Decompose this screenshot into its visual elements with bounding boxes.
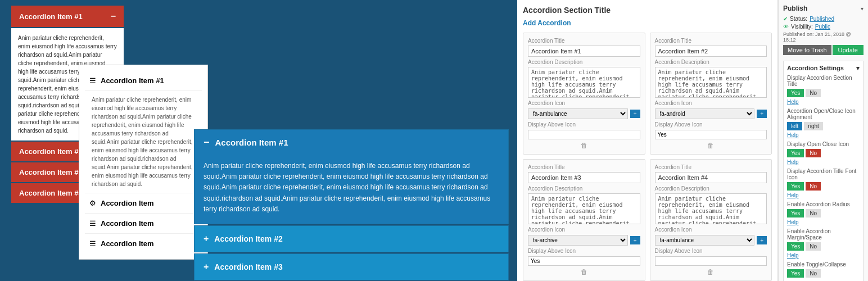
display-open-close-label: Display Open Close Icon	[787, 141, 860, 147]
help-5[interactable]: Help	[787, 219, 860, 225]
card-2-icon-label: Accordion Icon	[655, 100, 767, 106]
radius-yes-btn[interactable]: Yes	[787, 209, 804, 217]
update-btn[interactable]: Update	[833, 45, 864, 55]
card-2-delete-btn[interactable]: 🗑	[655, 142, 767, 149]
status-value[interactable]: Published	[810, 16, 834, 22]
card-4-display-input[interactable]	[655, 256, 767, 266]
align-left-btn[interactable]: left	[787, 122, 802, 130]
card-1-icon-add-btn[interactable]: +	[630, 110, 640, 118]
blue-item-2-title: Accordion Item #2	[214, 234, 282, 243]
open-close-yes-btn[interactable]: Yes	[787, 149, 804, 157]
enable-margin-toggle: Yes No	[787, 242, 860, 251]
enable-toggle-label: Enable Toggle/Collapse	[787, 261, 860, 268]
margin-yes-btn[interactable]: Yes	[787, 242, 804, 251]
enable-margin-label: Enable Accordion Margin/Space	[787, 228, 860, 241]
gray-item-2-header[interactable]: ⚙ Accordion Item	[85, 193, 202, 214]
red-accordion-item-1-header[interactable]: Accordion Item #1 −	[11, 6, 124, 27]
red-item-2-title: Accordion Item #2	[19, 147, 83, 156]
card-1-icon-row: fa-ambulance +	[528, 108, 640, 119]
enable-radius-toggle: Yes No	[787, 209, 860, 217]
status-icon: ✔	[783, 16, 788, 22]
red-item-1-collapse-icon: −	[111, 11, 116, 21]
gray-item-1-body: Anim pariatur cliche reprehenderit, enim…	[85, 91, 202, 193]
help-1[interactable]: Help	[787, 99, 860, 105]
accordion-card-3: Accordion Title Accordion Description An…	[523, 159, 645, 281]
card-3-icon-add-btn[interactable]: +	[630, 236, 640, 244]
blue-item-1-header[interactable]: − Accordion Item #1	[195, 130, 508, 155]
align-right-btn[interactable]: right	[804, 122, 822, 130]
publish-date: Published on: Jan 21, 2018 @ 18:12	[783, 31, 864, 43]
blue-item-2[interactable]: + Accordion Item #2	[194, 225, 509, 252]
card-1-icon-select[interactable]: fa-ambulance	[528, 108, 628, 119]
card-4-delete-btn[interactable]: 🗑	[655, 268, 767, 276]
card-3-delete-btn[interactable]: 🗑	[528, 268, 640, 276]
card-4-icon-select[interactable]: fa-ambulance	[655, 235, 755, 246]
cms-main-content: Accordion Section Title Add Accordion Ac…	[517, 0, 778, 281]
publish-title: Publish	[783, 4, 807, 12]
accordion-card-2: Accordion Title Accordion Description An…	[650, 33, 772, 155]
card-4-title-input[interactable]	[655, 172, 767, 183]
display-section-yes-btn[interactable]: Yes	[787, 89, 804, 97]
card-3-display-input[interactable]	[528, 256, 640, 266]
gray-item-1-header[interactable]: ☰ Accordion Item #1	[85, 71, 202, 91]
card-2-icon-add-btn[interactable]: +	[757, 110, 767, 118]
cms-editor: Accordion Section Title Add Accordion Ac…	[517, 0, 868, 281]
gray-item-4-header[interactable]: ☰ Accordion Item	[85, 234, 202, 253]
red-item-1-title: Accordion Item #1	[19, 12, 83, 21]
display-section-no-btn[interactable]: No	[806, 89, 821, 97]
cms-sidebar: Publish ▾ ✔ Status: Published 👁 Visibili…	[778, 0, 868, 281]
card-1-delete-btn[interactable]: 🗑	[528, 142, 640, 149]
gray-accordion: ☰ Accordion Item #1 Anim pariatur cliche…	[85, 71, 202, 253]
card-3-desc-textarea[interactable]: Anim pariatur cliche reprehenderit, enim…	[528, 193, 640, 224]
card-1-title-input[interactable]	[528, 46, 640, 57]
help-6[interactable]: Help	[787, 252, 860, 259]
card-1-desc-label: Accordion Description	[528, 59, 640, 65]
card-2-display-input[interactable]	[655, 130, 767, 139]
card-3-icon-label: Accordion Icon	[528, 226, 640, 233]
add-accordion-button[interactable]: Add Accordion	[523, 19, 772, 27]
status-row: ✔ Status: Published	[783, 16, 864, 22]
gray-item-3-header[interactable]: ☰ Accordion Item	[85, 214, 202, 234]
card-4-icon-label: Accordion Icon	[655, 226, 767, 233]
display-open-close-toggle: Yes No	[787, 149, 860, 157]
card-3-title-input[interactable]	[528, 172, 640, 183]
accordion-card-1: Accordion Title Accordion Description An…	[523, 33, 645, 155]
card-1-desc-textarea[interactable]: Anim pariatur cliche reprehenderit, enim…	[528, 67, 640, 98]
card-2-display-label: Display Above Icon	[655, 121, 767, 128]
card-2-desc-label: Accordion Description	[655, 59, 767, 65]
help-2[interactable]: Help	[787, 132, 860, 138]
alignment-toggle: left right	[787, 122, 860, 130]
visibility-label: Visibility:	[791, 24, 813, 30]
toggle-no-btn[interactable]: No	[806, 269, 821, 278]
help-3[interactable]: Help	[787, 159, 860, 165]
card-1-icon-label: Accordion Icon	[528, 100, 640, 106]
title-font-no-btn[interactable]: No	[806, 182, 821, 191]
card-3-icon-select[interactable]: fa-archive	[528, 235, 628, 246]
open-close-no-btn[interactable]: No	[806, 149, 821, 157]
gray-item-2-icon: ⚙	[89, 199, 96, 207]
enable-toggle-toggle: Yes No	[787, 269, 860, 278]
card-1-display-input[interactable]	[528, 130, 640, 139]
visibility-value[interactable]: Public	[815, 24, 830, 30]
card-2-desc-textarea[interactable]: Anim pariatur cliche reprehenderit, enim…	[655, 67, 767, 98]
alignment-label: Accordion Open/Close Icon Alignment	[787, 108, 860, 120]
display-title-font-label: Display Accordion Title Font Icon	[787, 168, 860, 180]
blue-item-3[interactable]: + Accordion Item #3	[194, 253, 509, 280]
card-4-desc-textarea[interactable]: Anim pariatur cliche reprehenderit, enim…	[655, 193, 767, 224]
gray-item-3-icon: ☰	[89, 219, 96, 228]
help-4[interactable]: Help	[787, 192, 860, 198]
card-4-icon-add-btn[interactable]: +	[757, 236, 767, 244]
blue-item-3-expand-icon: +	[204, 262, 209, 272]
card-2-icon-select[interactable]: fa-android	[655, 108, 755, 119]
cms-section-title: Accordion Section Title	[523, 6, 772, 15]
move-to-trash-btn[interactable]: Move to Trash	[783, 45, 831, 55]
card-2-title-input[interactable]	[655, 46, 767, 57]
title-font-yes-btn[interactable]: Yes	[787, 182, 804, 191]
toggle-yes-btn[interactable]: Yes	[787, 269, 804, 278]
radius-no-btn[interactable]: No	[806, 209, 821, 217]
card-3-desc-label: Accordion Description	[528, 185, 640, 192]
publish-header: Publish ▾	[783, 4, 864, 12]
margin-no-btn[interactable]: No	[806, 242, 821, 251]
card-4-desc-label: Accordion Description	[655, 185, 767, 192]
card-3-title-label: Accordion Title	[528, 164, 640, 170]
